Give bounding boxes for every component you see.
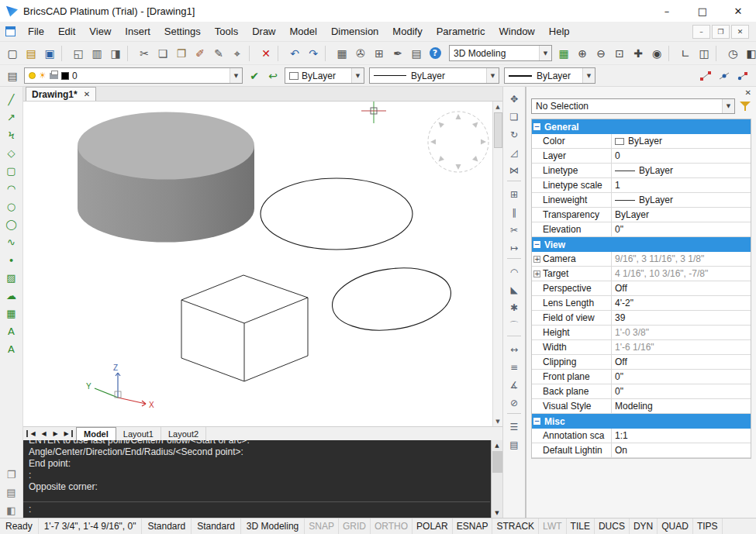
save-icon[interactable]: ▣ [40, 44, 59, 63]
rotate-icon[interactable]: ↻ [506, 127, 523, 143]
menu-item[interactable]: Insert [118, 22, 157, 42]
menu-item[interactable]: Model [283, 22, 324, 42]
snap-nearest-icon[interactable] [734, 67, 751, 85]
drawing-canvas[interactable]: Z Y X [23, 102, 502, 426]
canvas-scrollbar[interactable]: ▲ ▼ [492, 102, 502, 426]
chevron-down-icon[interactable]: ▼ [486, 68, 499, 83]
mtext-icon[interactable]: A [3, 341, 20, 357]
property-row[interactable]: Visual Style Modeling [532, 399, 751, 414]
next-layout-icon[interactable]: ▶ [50, 430, 61, 437]
point-icon[interactable]: ∙ [3, 252, 20, 267]
menu-item[interactable]: Settings [157, 22, 208, 42]
ucs-icon[interactable]: ∟ [676, 44, 695, 63]
property-row[interactable]: Transparency ByLayer [532, 208, 751, 222]
erase-icon[interactable]: ⊘ [506, 395, 523, 411]
property-value[interactable]: 1:1 [612, 430, 751, 441]
menu-item[interactable]: Draw [245, 22, 282, 42]
sheet-set-icon[interactable]: ❐ [3, 467, 20, 482]
mdi-close-button[interactable]: ✕ [731, 25, 749, 39]
command-input[interactable]: : [23, 501, 490, 518]
workspace-dropdown[interactable]: 3D Modeling ▼ [449, 45, 552, 61]
line-icon[interactable]: ╱ [3, 91, 20, 107]
explode-icon[interactable]: ✱ [506, 300, 523, 315]
property-row[interactable]: Linetype ByLayer [532, 164, 751, 178]
redo-icon[interactable]: ↷ [304, 44, 323, 63]
chevron-down-icon[interactable]: ▼ [351, 68, 364, 83]
chevron-down-icon[interactable]: ▼ [230, 68, 242, 83]
mdi-minimize-button[interactable]: – [692, 25, 710, 39]
cut-icon[interactable]: ✂ [135, 44, 154, 63]
properties-icon[interactable]: ☰ [506, 419, 523, 435]
fillet-icon[interactable]: ◠ [506, 264, 523, 280]
table-icon[interactable]: ▦ [333, 44, 351, 63]
snap-midpoint-icon[interactable] [716, 67, 733, 85]
join-icon[interactable]: ⌒ [506, 318, 523, 333]
menu-item[interactable]: Dimension [324, 22, 385, 42]
orbit-icon[interactable]: ◷ [723, 44, 742, 63]
selection-dropdown[interactable]: No Selection ▼ [531, 98, 735, 114]
property-value[interactable]: Modeling [612, 401, 751, 412]
scrollbar-thumb[interactable] [494, 112, 502, 148]
command-scrollbar[interactable]: ▲ ▼ [491, 440, 502, 518]
measure-icon[interactable]: ∡ [506, 377, 523, 393]
property-row[interactable]: Perspective Off [532, 281, 751, 296]
rectangle-icon[interactable]: ▢ [3, 163, 20, 178]
property-row[interactable]: Default Lightin On [532, 443, 751, 458]
last-layout-icon[interactable]: ▶ [61, 430, 73, 437]
toggle-esnap[interactable]: ESNAP [453, 518, 493, 534]
mdi-restore-button[interactable]: ❐ [712, 25, 730, 39]
zoom-in-icon[interactable]: ⊕ [573, 44, 592, 63]
property-row[interactable]: Lineweight ByLayer [532, 193, 751, 208]
property-value[interactable]: ByLayer [612, 165, 751, 176]
color-dropdown[interactable]: ByLayer ▼ [285, 67, 364, 84]
property-value[interactable]: 4'-2" [612, 298, 751, 308]
property-row[interactable]: Clipping Off [532, 355, 751, 370]
revision-cloud-icon[interactable]: ☁ [3, 288, 20, 303]
spline-icon[interactable]: ∿ [3, 234, 20, 250]
help-icon[interactable]: ? [426, 44, 444, 63]
toggle-quad[interactable]: QUAD [658, 518, 693, 534]
open-file-icon[interactable]: ▤ [22, 44, 40, 63]
mirror-icon[interactable]: ⋈ [506, 163, 523, 178]
format-painter-icon[interactable]: ✐ [191, 44, 209, 63]
print-icon[interactable]: ▥ [88, 44, 106, 63]
paste-icon[interactable]: ❐ [172, 44, 191, 63]
notes-icon[interactable]: ▤ [407, 44, 426, 63]
property-value[interactable]: On [612, 445, 751, 456]
collapse-icon[interactable]: − [533, 418, 540, 425]
polygon-icon[interactable]: ◇ [3, 145, 20, 160]
zoom-window-icon[interactable]: ⊡ [610, 44, 629, 63]
scrollbar-thumb[interactable] [492, 451, 502, 473]
scale-icon[interactable]: ◿ [506, 145, 523, 160]
script-icon[interactable]: ✒ [388, 44, 407, 63]
scroll-up-icon[interactable]: ▲ [492, 440, 502, 450]
hatch-icon[interactable]: ▨ [3, 270, 20, 285]
visual-style-icon[interactable]: ◧ [742, 44, 756, 63]
layer-previous-icon[interactable]: ↩ [264, 67, 282, 85]
property-value[interactable]: Off [612, 283, 751, 294]
menu-item[interactable]: Parametric [430, 22, 492, 42]
property-row[interactable]: Color ByLayer [532, 134, 751, 149]
publish-icon[interactable]: ◨ [106, 44, 125, 63]
drawing-explorer-icon[interactable]: ▤ [3, 484, 20, 500]
property-row[interactable]: Lens Length 4'-2" [532, 296, 751, 311]
match-properties-icon[interactable]: ⌖ [228, 44, 247, 63]
property-value[interactable]: 1 [612, 180, 751, 191]
menu-item[interactable]: Help [542, 22, 577, 42]
chevron-down-icon[interactable]: ▼ [722, 99, 734, 113]
clean-screen-icon[interactable]: ▦ [554, 44, 573, 63]
filter-icon[interactable] [739, 100, 751, 112]
property-value[interactable]: ByLayer [612, 136, 751, 146]
property-row[interactable]: Front plane 0" [532, 370, 751, 384]
lineweight-dropdown[interactable]: ByLayer ▼ [504, 67, 595, 84]
property-row[interactable]: + Camera 9/16", 3 11/16", 3 1/8" [532, 252, 751, 267]
first-layout-icon[interactable]: ◀ [26, 430, 38, 437]
text-icon[interactable]: A [3, 323, 20, 339]
toggle-strack[interactable]: STRACK [492, 518, 539, 534]
section-header-view[interactable]: − View [532, 237, 751, 252]
linetype-dropdown[interactable]: ByLayer ▼ [369, 67, 499, 84]
layer-dropdown[interactable]: ☀ 0 ▼ [24, 67, 243, 84]
toggle-snap[interactable]: SNAP [305, 518, 339, 534]
collapse-icon[interactable]: − [533, 241, 540, 248]
content-browser-icon[interactable]: ◧ [3, 502, 20, 518]
